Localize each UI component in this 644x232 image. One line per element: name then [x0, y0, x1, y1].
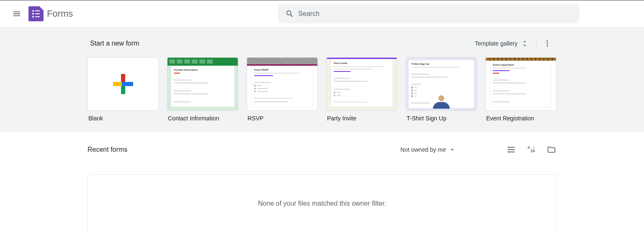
- template-tshirt-signup[interactable]: T-Shirt Sign Up: [406, 57, 477, 122]
- owner-filter-label: Not owned by me: [400, 146, 446, 153]
- template-label: Event Registration: [485, 115, 556, 122]
- owner-filter-dropdown[interactable]: Not owned by me: [400, 143, 456, 156]
- svg-rect-6: [125, 82, 133, 86]
- search-icon: [285, 9, 294, 18]
- sort-az-icon: A Z: [527, 145, 536, 154]
- template-event-registration[interactable]: Event registration Event Regi: [485, 57, 556, 122]
- template-preview-title: Contact Information: [174, 69, 232, 71]
- svg-text:A: A: [528, 145, 531, 150]
- hamburger-icon: [12, 9, 21, 18]
- list-icon: [507, 145, 516, 154]
- list-view-button[interactable]: [506, 145, 516, 155]
- templates-heading: Start a new form: [90, 40, 139, 47]
- empty-state: None of your files matched this owner fi…: [88, 174, 556, 232]
- template-label: Blank: [88, 115, 159, 122]
- search-input[interactable]: [298, 10, 576, 18]
- templates-more-button[interactable]: [541, 37, 554, 50]
- unfold-icon: [521, 40, 528, 47]
- template-label: RSVP: [247, 115, 318, 122]
- template-label: Contact Information: [167, 115, 238, 122]
- template-preview-title: Event RSVP: [254, 69, 310, 71]
- main-menu-button[interactable]: [7, 4, 27, 24]
- forms-logo-link[interactable]: Forms: [28, 6, 73, 21]
- template-gallery-button[interactable]: Template gallery: [471, 37, 532, 50]
- dropdown-icon: [448, 146, 456, 153]
- svg-rect-4: [121, 86, 125, 94]
- svg-rect-5: [113, 82, 121, 86]
- empty-message: None of your files matched this owner fi…: [258, 200, 386, 207]
- plus-icon: [88, 58, 158, 110]
- template-blank[interactable]: Blank: [88, 57, 159, 122]
- folder-icon: [547, 145, 556, 154]
- search-bar[interactable]: [278, 4, 580, 23]
- template-preview-title: Event registration: [493, 64, 549, 66]
- template-contact-information[interactable]: Contact Information Contact Information: [167, 57, 238, 122]
- template-rsvp[interactable]: Event RSVP RSVP: [247, 57, 318, 122]
- svg-rect-9: [122, 82, 125, 86]
- recent-heading: Recent forms: [88, 146, 127, 153]
- template-gallery-label: Template gallery: [475, 40, 518, 47]
- separator: [536, 38, 536, 49]
- svg-point-2: [546, 45, 548, 46]
- template-label: T-Shirt Sign Up: [406, 115, 477, 122]
- open-file-picker-button[interactable]: [546, 145, 556, 155]
- template-preview-title: T-Shirt Sign Up: [411, 63, 471, 65]
- svg-point-0: [546, 41, 548, 42]
- product-name: Forms: [47, 8, 73, 19]
- forms-icon: [28, 6, 44, 21]
- template-preview-title: Party Invite: [334, 62, 390, 64]
- template-party-invite[interactable]: Party Invite Par: [326, 57, 397, 122]
- template-label: Party Invite: [326, 115, 397, 122]
- svg-point-1: [546, 43, 548, 44]
- svg-rect-3: [121, 74, 125, 82]
- sort-button[interactable]: A Z: [526, 145, 536, 155]
- search-button[interactable]: [281, 5, 298, 22]
- more-vert-icon: [543, 39, 551, 48]
